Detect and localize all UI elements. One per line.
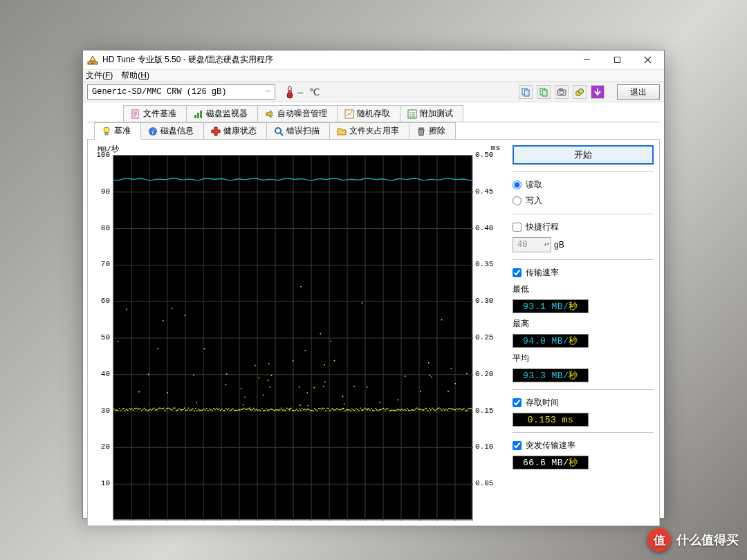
svg-rect-163 [255,409,256,411]
menu-help[interactable]: 帮助(H) [121,70,149,82]
tab-benchmark[interactable]: 基准 [94,122,141,140]
tab-health[interactable]: 健康状态 [203,122,267,139]
check-express[interactable]: 快捷行程 [513,221,654,233]
svg-rect-147 [232,409,234,410]
svg-rect-338 [293,360,294,362]
svg-point-26 [275,128,281,133]
svg-rect-291 [432,408,433,409]
svg-rect-335 [466,373,468,375]
info-icon: i [148,127,158,136]
svg-rect-251 [376,409,378,411]
svg-rect-18 [197,113,199,118]
svg-rect-204 [311,410,313,411]
menu-file[interactable]: 文件(F) [86,70,113,82]
svg-rect-121 [196,410,198,411]
svg-rect-373 [367,409,369,410]
radio-read[interactable]: 读取 [513,179,654,191]
svg-rect-289 [429,408,430,409]
check-burst-rate[interactable]: 突发传输速率 [513,440,654,451]
svg-rect-148 [234,410,235,411]
svg-text:i: i [152,128,154,136]
svg-rect-342 [431,376,432,377]
svg-rect-139 [221,409,223,410]
toolbar-icons [519,85,605,99]
svg-rect-143 [227,409,228,411]
tab-content: MB/秒 ms 100908070605040302010 0.500.450.… [87,140,660,526]
svg-rect-138 [220,410,221,411]
svg-rect-179 [277,409,278,411]
camera-icon[interactable] [555,85,569,99]
svg-rect-172 [267,410,268,411]
svg-rect-199 [304,409,306,410]
exit-button[interactable]: 退出 [617,84,660,100]
check-access-time[interactable]: 存取时间 [513,397,654,409]
svg-rect-91 [155,409,156,411]
svg-rect-162 [253,408,255,409]
start-button[interactable]: 开始 [513,145,654,165]
svg-rect-129 [208,410,209,411]
svg-rect-160 [250,409,252,411]
drive-select[interactable]: Generic-SD/MMC CRW (126 gB) ﹀ [87,84,275,100]
svg-rect-330 [323,386,324,387]
svg-rect-264 [394,410,396,411]
check-transfer-rate[interactable]: 传输速率 [513,267,654,279]
tab-auto-noise[interactable]: 自动噪音管理 [257,105,338,122]
svg-rect-277 [412,409,414,411]
svg-rect-299 [443,408,444,409]
svg-rect-297 [440,408,441,409]
svg-rect-221 [335,409,336,411]
svg-rect-90 [154,408,155,409]
svg-rect-300 [444,409,445,411]
radio-write[interactable]: 写入 [513,195,654,207]
copy-info-icon[interactable] [519,85,533,99]
svg-rect-74 [131,408,133,409]
tab-disk-info[interactable]: i 磁盘信息 [140,122,204,139]
temperature: — ℃ [285,85,320,99]
svg-rect-283 [421,409,422,411]
tab-additional-tests[interactable]: 附加测试 [400,105,463,122]
svg-rect-114 [187,409,188,411]
svg-rect-141 [224,410,225,411]
svg-rect-265 [396,410,397,411]
express-size-input[interactable]: 40 ▲▼ gB [513,237,654,252]
label-avg: 平均 [513,353,654,364]
save-icon[interactable] [591,85,605,99]
options-icon[interactable] [573,85,587,99]
svg-rect-322 [300,286,302,288]
svg-rect-145 [230,410,231,411]
svg-rect-306 [452,409,454,410]
svg-rect-116 [190,410,191,411]
svg-rect-123 [199,410,201,411]
svg-rect-241 [362,409,364,411]
svg-rect-97 [163,408,165,409]
tab-folder-usage[interactable]: 文件夹占用率 [329,122,409,139]
svg-rect-83 [144,408,145,409]
svg-rect-343 [163,320,164,321]
svg-line-27 [280,133,283,136]
svg-rect-28 [419,128,423,129]
tab-file-benchmark[interactable]: 文件基准 [123,105,187,122]
minimize-button[interactable] [571,50,602,69]
svg-rect-229 [346,409,347,411]
svg-point-12 [560,91,563,94]
tab-disk-monitor[interactable]: 磁盘监视器 [186,105,258,122]
tab-random-access[interactable]: 随机存取 [337,105,400,122]
copy-screenshot-icon[interactable] [537,85,551,99]
svg-rect-88 [151,409,152,411]
close-button[interactable] [632,50,663,69]
svg-rect-374 [118,341,119,342]
svg-rect-175 [271,409,273,410]
maximize-button[interactable] [602,50,632,69]
svg-rect-331 [243,404,244,406]
svg-rect-73 [130,409,131,410]
tab-erase[interactable]: 擦除 [409,122,456,139]
benchmark-chart [113,155,472,520]
svg-rect-170 [264,410,266,411]
svg-rect-325 [185,315,186,316]
svg-rect-220 [333,409,335,411]
tab-error-scan[interactable]: 错误扫描 [266,122,330,139]
svg-rect-168 [261,408,263,409]
svg-rect-193 [296,409,297,410]
spinner-icons[interactable]: ▲▼ [544,243,549,247]
svg-rect-196 [300,410,302,411]
